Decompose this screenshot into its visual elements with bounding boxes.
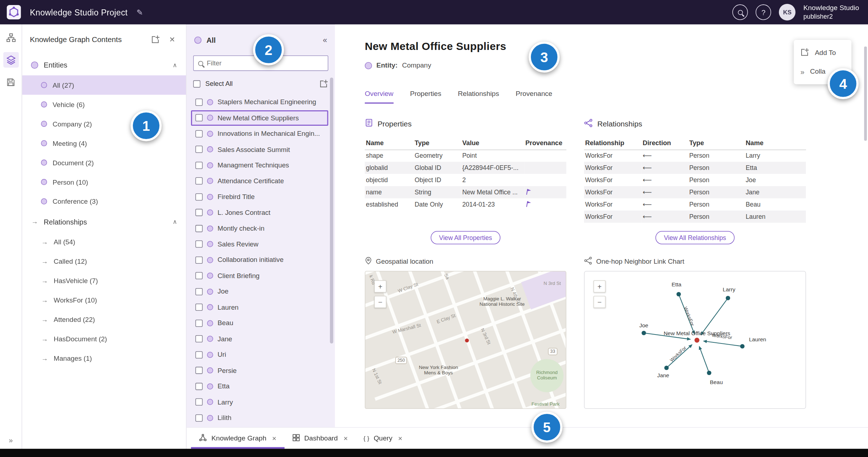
app-logo-icon[interactable]: [7, 5, 21, 19]
graph-node-larry[interactable]: [726, 296, 730, 300]
view-all-relationships-button[interactable]: View All Relationships: [655, 231, 734, 244]
cell-relationship[interactable]: WorksFor: [584, 162, 641, 174]
entity-list-item[interactable]: L. Jones Contract: [191, 205, 328, 221]
close-panel-icon[interactable]: ✕: [166, 33, 178, 46]
provenance-icon[interactable]: [525, 188, 533, 197]
chevron-up-icon[interactable]: ∧: [173, 61, 177, 68]
relationship-list-item[interactable]: →HasDocument (2): [22, 329, 186, 348]
entity-list-item[interactable]: Managment Techniques: [191, 157, 328, 173]
cell-relationship[interactable]: WorksFor: [584, 211, 641, 223]
view-tab-query[interactable]: { }Query✕: [356, 428, 410, 449]
add-entity-icon[interactable]: [319, 79, 328, 88]
cell-name[interactable]: Joe: [745, 174, 806, 186]
cell-name[interactable]: Larry: [745, 149, 806, 162]
entity-list-item[interactable]: Larry: [191, 394, 328, 410]
item-checkbox[interactable]: [195, 114, 202, 121]
entity-list-item[interactable]: Conference (3): [22, 192, 186, 211]
item-checkbox[interactable]: [195, 351, 202, 358]
entity-list-item[interactable]: Vehicle (6): [22, 95, 186, 114]
item-checkbox[interactable]: [195, 383, 202, 390]
item-checkbox[interactable]: [195, 146, 202, 153]
view-tab-dashboard[interactable]: Dashboard✕: [284, 428, 356, 449]
one-hop-link-chart[interactable]: WorksForWorksForWorksForEttaLarryJoeJane…: [584, 271, 806, 409]
item-checkbox[interactable]: [195, 288, 202, 295]
cell-relationship[interactable]: WorksFor: [584, 198, 641, 211]
item-checkbox[interactable]: [195, 272, 202, 280]
view-all-properties-button[interactable]: View All Properties: [431, 231, 500, 244]
item-checkbox[interactable]: [195, 162, 202, 169]
close-tab-icon[interactable]: ✕: [398, 435, 402, 441]
graph-node-etta[interactable]: [676, 292, 681, 296]
close-tab-icon[interactable]: ✕: [272, 435, 276, 441]
collapse-panel-icon[interactable]: «: [323, 36, 327, 45]
expand-rail-icon[interactable]: »: [0, 436, 22, 444]
item-checkbox[interactable]: [195, 98, 202, 106]
search-button[interactable]: [733, 4, 748, 20]
relationships-section-header[interactable]: → Relationships ∧: [22, 211, 186, 232]
item-checkbox[interactable]: [195, 241, 202, 248]
scrollbar[interactable]: [330, 78, 333, 343]
zoom-in-button[interactable]: +: [374, 280, 386, 292]
entity-list-item[interactable]: Lilith: [191, 410, 328, 426]
entity-list-item[interactable]: Persie: [191, 363, 328, 378]
cell-relationship[interactable]: WorksFor: [584, 149, 641, 162]
relationship-list-item[interactable]: →Called (12): [22, 251, 186, 271]
zoom-in-button[interactable]: +: [593, 280, 606, 292]
entity-list-item[interactable]: Beau: [191, 315, 328, 331]
entity-list-item[interactable]: Firebird Title: [191, 189, 328, 205]
relationship-list-item[interactable]: →Attended (22): [22, 310, 186, 329]
graph-node-center[interactable]: [695, 338, 700, 343]
item-checkbox[interactable]: [195, 225, 202, 232]
item-checkbox[interactable]: [195, 209, 202, 216]
entity-list-item[interactable]: Staplers Mechanical Engineering: [191, 94, 328, 110]
graph-node-lauren[interactable]: [740, 344, 745, 348]
item-checkbox[interactable]: [195, 414, 202, 421]
close-tab-icon[interactable]: ✕: [343, 435, 348, 441]
entity-list-item[interactable]: Person (10): [22, 172, 186, 192]
tab-provenance[interactable]: Provenance: [515, 90, 552, 104]
cell-name[interactable]: Etta: [745, 162, 806, 174]
item-checkbox[interactable]: [195, 193, 202, 200]
zoom-out-button[interactable]: −: [593, 296, 606, 308]
entity-list-item[interactable]: Sales Associate Summit: [191, 142, 328, 157]
cell-name[interactable]: Jane: [745, 186, 806, 198]
entity-list-item[interactable]: Meeting (4): [22, 134, 186, 153]
tab-relationships[interactable]: Relationships: [458, 90, 499, 104]
entity-list-item[interactable]: Uri: [191, 347, 328, 363]
entity-list-item[interactable]: Document (2): [22, 153, 186, 172]
item-checkbox[interactable]: [195, 398, 202, 406]
menu-item-add-to[interactable]: Add To: [794, 43, 851, 62]
geospatial-map[interactable]: Richmond Coliseum Festival Park + − k Rd…: [365, 271, 566, 409]
item-checkbox[interactable]: [195, 335, 202, 342]
tab-properties[interactable]: Properties: [410, 90, 441, 104]
select-all-checkbox[interactable]: [193, 80, 200, 87]
entity-list-item[interactable]: Lauren: [191, 299, 328, 315]
save-tool-icon[interactable]: [3, 74, 18, 90]
entity-list-item[interactable]: Etta: [191, 378, 328, 394]
cell-name[interactable]: Beau: [745, 198, 806, 211]
relationship-list-item[interactable]: →HasVehicle (7): [22, 271, 186, 290]
entity-list-item[interactable]: Collaboration initiative: [191, 252, 328, 268]
entity-list-item[interactable]: Montly check-in: [191, 221, 328, 236]
entity-list-item[interactable]: Attendance Certificate: [191, 173, 328, 189]
tab-overview[interactable]: Overview: [365, 90, 393, 104]
entity-list-item[interactable]: Client Briefing: [191, 268, 328, 284]
entity-list-item[interactable]: New Metal Office Suppliers: [191, 110, 328, 126]
chevron-up-icon[interactable]: ∧: [173, 218, 177, 225]
relationship-list-item[interactable]: →Manages (1): [22, 348, 186, 368]
cell-relationship[interactable]: WorksFor: [584, 186, 641, 198]
entities-section-header[interactable]: Entities ∧: [22, 54, 186, 75]
add-to-new-icon[interactable]: [149, 33, 162, 46]
relationship-list-item[interactable]: →WorksFor (10): [22, 290, 186, 310]
item-checkbox[interactable]: [195, 177, 202, 185]
item-checkbox[interactable]: [195, 319, 202, 327]
entity-list-item[interactable]: Sales Review: [191, 236, 328, 252]
item-checkbox[interactable]: [195, 304, 202, 311]
edit-title-icon[interactable]: ✎: [136, 8, 143, 17]
user-block[interactable]: Knowledge Studio publisher2: [803, 4, 859, 21]
entity-list-item[interactable]: Joe: [191, 284, 328, 300]
avatar[interactable]: KS: [779, 4, 795, 20]
scrollbar[interactable]: [864, 47, 867, 141]
graph-node-jane[interactable]: [664, 366, 669, 370]
map-marker[interactable]: [465, 338, 469, 342]
